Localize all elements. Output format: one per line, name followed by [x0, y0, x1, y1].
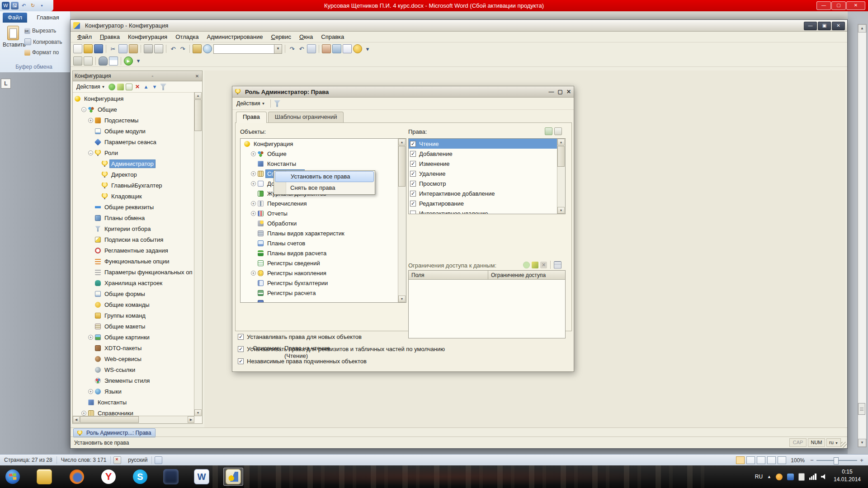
checkbox-checked-icon[interactable]: ✓	[410, 161, 416, 167]
checkbox-unchecked-icon[interactable]	[410, 211, 416, 215]
menu-справка[interactable]: Справка	[317, 33, 348, 41]
taskbar-explorer-icon[interactable]	[34, 468, 54, 486]
delete-icon[interactable]: ✕	[134, 84, 141, 90]
checkbox-checked-icon[interactable]: ✓	[238, 346, 244, 352]
expand-icon[interactable]: +	[251, 201, 256, 206]
page-indicator[interactable]: Страница: 27 из 28	[0, 456, 57, 464]
menu-администрирование[interactable]: Администрирование	[203, 33, 267, 41]
tree-item[interactable]: Регистры сведений	[241, 258, 406, 268]
qat-more-icon[interactable]: ▾	[38, 2, 46, 9]
view-draft-icon[interactable]	[778, 456, 786, 464]
scrollbar-thumb[interactable]	[398, 146, 406, 187]
checkbox-checked-icon[interactable]: ✓	[410, 151, 416, 157]
tree-item[interactable]: Планы видов расчета	[241, 248, 406, 258]
tree-item[interactable]: −Роли	[73, 147, 194, 158]
close-icon[interactable]: ✕	[832, 22, 845, 30]
scroll-down-icon[interactable]: ▼	[858, 439, 866, 447]
menu-конфигурация[interactable]: Конфигурация	[124, 33, 171, 41]
tree-item[interactable]: +Отчеты	[241, 208, 406, 218]
checkbox-checked-icon[interactable]: ✓	[238, 358, 244, 364]
rights-item[interactable]: ✓Просмотр	[409, 178, 565, 188]
save-icon[interactable]	[94, 44, 103, 53]
checkbox-checked-icon[interactable]: ✓	[410, 191, 416, 197]
panel-close-icon[interactable]	[84, 56, 93, 66]
tree-item[interactable]: Планы счетов	[241, 238, 406, 248]
tree-item[interactable]: Параметры функциональных оп	[73, 267, 194, 277]
help-doc-icon[interactable]	[343, 44, 352, 53]
tree-item[interactable]: Планы обмена	[73, 212, 194, 223]
tray-clock[interactable]: 0:15 14.01.2014	[828, 468, 866, 483]
cut-button[interactable]: ✂ Вырезать	[24, 28, 56, 34]
delete-icon[interactable]: ✕	[540, 262, 547, 268]
info-icon[interactable]	[353, 44, 362, 53]
zoom-out-icon[interactable]: −	[809, 457, 815, 464]
rights-scrollbar[interactable]: ▲ ▼	[557, 139, 565, 214]
checkbox-checked-icon[interactable]: ✓	[410, 171, 416, 177]
scroll-up-icon[interactable]: ▲	[557, 139, 565, 145]
tab-restriction-templates[interactable]: Шаблоны ограничений	[268, 112, 344, 123]
copy-icon[interactable]	[118, 44, 127, 53]
expand-icon[interactable]: +	[88, 335, 93, 340]
checkbox-checked-icon[interactable]: ✓	[410, 141, 416, 147]
database-icon[interactable]	[99, 56, 108, 66]
taskbar-word-icon[interactable]: W	[192, 468, 212, 486]
more-icon[interactable]: ▾	[363, 46, 372, 52]
tree-item[interactable]: Общие команды	[73, 299, 194, 310]
actions-menu-button[interactable]: Действия▼	[235, 100, 267, 107]
tree-item[interactable]: +Перечисления	[241, 198, 406, 208]
column-restriction[interactable]: Ограничение доступа	[488, 271, 565, 280]
tree-item[interactable]: Регистры расчета	[241, 288, 406, 298]
language-indicator[interactable]: русский	[124, 456, 152, 464]
expand-icon[interactable]: +	[251, 211, 256, 216]
menu-сервис[interactable]: Сервис	[267, 33, 296, 41]
notify-icon[interactable]	[776, 474, 783, 480]
scroll-right-icon[interactable]: ▶	[188, 416, 194, 423]
search-combobox[interactable]: ▼	[213, 44, 282, 54]
tree-item[interactable]: Общие модули	[73, 126, 194, 136]
undo-icon[interactable]: ↶	[169, 46, 177, 52]
tree-item[interactable]: Конфигурация	[241, 139, 406, 149]
tree-item[interactable]: +Регистры накопления	[241, 268, 406, 278]
expand-icon[interactable]: +	[251, 181, 256, 186]
zoom-level[interactable]: 100%	[791, 457, 805, 464]
panel-scrollbar[interactable]: ▲ ▼	[194, 92, 202, 416]
zoom-slider[interactable]	[816, 460, 857, 461]
add-icon[interactable]	[108, 84, 115, 90]
expand-icon[interactable]: +	[251, 171, 256, 176]
rights-item[interactable]: ✓Интерактивное добавление	[409, 188, 565, 198]
open-folder-icon[interactable]	[84, 44, 93, 53]
tree-item[interactable]: Конфигурация	[73, 93, 194, 104]
rights-item[interactable]: ✓Чтение	[409, 139, 565, 149]
option-checkbox[interactable]: ✓Устанавливать права для новых объектов	[238, 333, 363, 341]
scrollbar-thumb[interactable]	[194, 99, 202, 131]
taskbar-skype-icon[interactable]: S	[130, 468, 150, 486]
combo-dropdown-icon[interactable]: ▼	[274, 45, 282, 53]
undo-icon[interactable]: ↶	[20, 2, 28, 9]
scroll-up-icon[interactable]: ▲	[858, 24, 866, 33]
scroll-left-icon[interactable]: ◀	[73, 416, 80, 423]
word-home-tab[interactable]: Главная	[31, 13, 65, 23]
maximize-icon[interactable]: ▢	[558, 89, 563, 95]
tree-item[interactable]: Подписки на события	[73, 234, 194, 245]
keyboard-lang-selector[interactable]: ru ▼	[826, 438, 841, 447]
ruler-tab-selector[interactable]: L	[1, 79, 11, 89]
tree-item[interactable]: ГлавныйБухгалтер	[73, 180, 194, 191]
tree-item[interactable]: Функциональные опции	[73, 256, 194, 267]
maximize-icon[interactable]: ▣	[818, 22, 831, 30]
run-icon[interactable]: ▶	[124, 56, 133, 66]
tree-item[interactable]: Администратор	[73, 158, 194, 169]
save-icon[interactable]: 🖫	[11, 2, 19, 9]
word-count[interactable]: Число слов: 3 171	[57, 456, 111, 464]
menu-файл[interactable]: Файл	[73, 33, 96, 41]
zoom-icon[interactable]	[203, 44, 212, 53]
new-doc-icon[interactable]	[73, 44, 82, 53]
objects-scrollbar[interactable]: ▲ ▼	[398, 139, 406, 302]
tree-item[interactable]: XDTO-пакеты	[73, 343, 194, 353]
back-icon[interactable]: ↶	[297, 46, 306, 52]
tray-chevron-icon[interactable]: ▲	[767, 474, 771, 479]
zoom-slider-thumb[interactable]	[834, 457, 839, 465]
tree-item[interactable]: Общие формы	[73, 288, 194, 299]
minimize-icon[interactable]: —	[816, 1, 831, 10]
tree-item[interactable]	[241, 298, 406, 303]
clipboard-icon[interactable]	[798, 473, 805, 481]
